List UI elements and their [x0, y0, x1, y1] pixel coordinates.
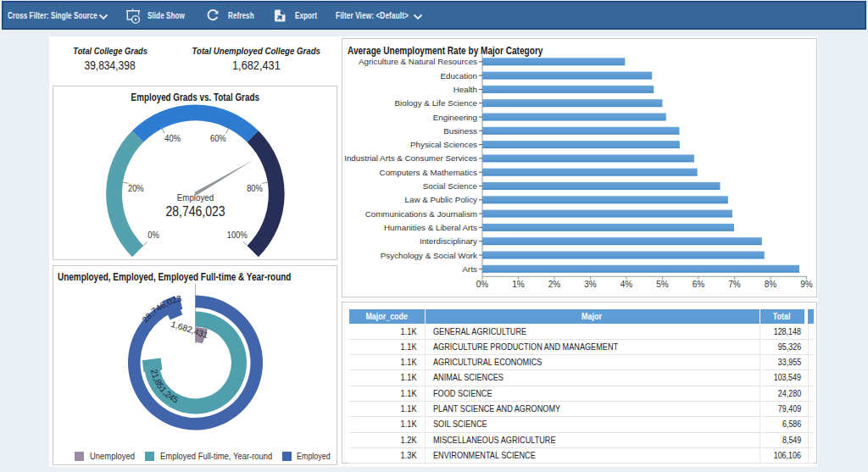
svg-text:1%: 1% — [512, 280, 525, 289]
svg-text:Humanities & Liberal Arts: Humanities & Liberal Arts — [384, 223, 477, 232]
svg-text:Employed: Employed — [177, 192, 214, 203]
svg-text:Computers & Mathematics: Computers & Mathematics — [380, 168, 478, 177]
svg-text:40%: 40% — [164, 133, 181, 143]
svg-text:20%: 20% — [128, 183, 144, 193]
svg-text:60%: 60% — [210, 133, 226, 143]
svg-text:9%: 9% — [800, 280, 813, 289]
svg-text:0%: 0% — [476, 280, 489, 289]
svg-text:5%: 5% — [656, 280, 669, 289]
svg-text:7%: 7% — [728, 280, 741, 289]
svg-text:Interdisciplinary: Interdisciplinary — [420, 236, 477, 246]
svg-text:3%: 3% — [584, 280, 597, 289]
svg-text:Engineering: Engineering — [433, 113, 477, 122]
svg-text:Agriculture & Natural Resource: Agriculture & Natural Resources — [359, 57, 477, 66]
svg-text:8%: 8% — [765, 280, 777, 289]
svg-text:Law & Public Policy: Law & Public Policy — [405, 195, 478, 204]
svg-text:0%: 0% — [147, 230, 159, 240]
svg-text:Physical Sciences: Physical Sciences — [410, 140, 477, 149]
svg-text:Communications & Journalism: Communications & Journalism — [365, 209, 477, 219]
svg-text:Education: Education — [440, 71, 477, 81]
svg-text:100%: 100% — [227, 230, 248, 240]
svg-text:Business: Business — [443, 126, 477, 136]
svg-text:Social Science: Social Science — [423, 181, 478, 191]
svg-text:Psychology & Social Work: Psychology & Social Work — [381, 251, 477, 260]
svg-text:4%: 4% — [620, 280, 633, 289]
svg-text:Arts: Arts — [463, 264, 478, 274]
svg-text:80%: 80% — [247, 183, 263, 193]
svg-text:Industrial Arts & Consumer Ser: Industrial Arts & Consumer Services — [344, 153, 477, 163]
svg-text:Biology & Life Science: Biology & Life Science — [395, 98, 478, 108]
svg-text:2%: 2% — [548, 280, 561, 289]
svg-text:6%: 6% — [693, 280, 705, 289]
svg-text:Health: Health — [453, 85, 477, 94]
svg-text:28,746,023: 28,746,023 — [165, 203, 225, 218]
